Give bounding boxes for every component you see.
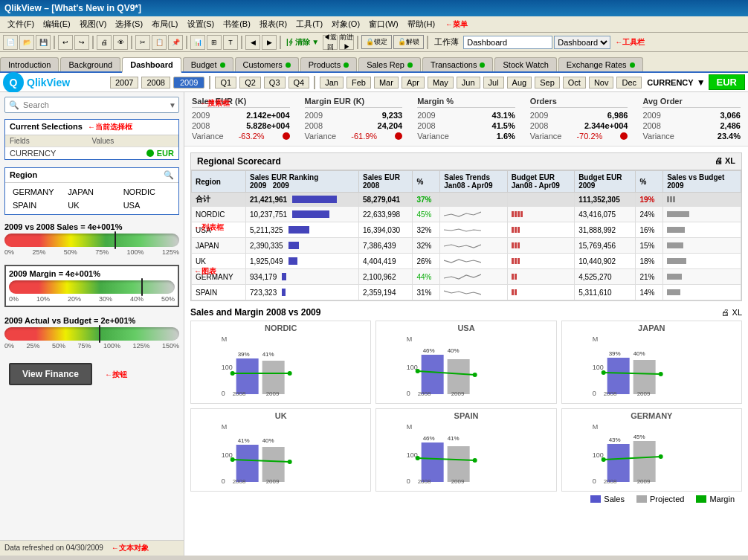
svg-text:100: 100 <box>222 451 233 459</box>
menu-item-bookmark[interactable]: 书签(B) <box>219 17 255 31</box>
svg-text:M: M <box>592 335 598 343</box>
lock-button[interactable]: 🔒锁定 <box>361 35 392 49</box>
currency-value[interactable]: EUR <box>709 74 745 90</box>
region-search-icon[interactable]: 🔍 <box>164 170 174 180</box>
svg-text:M: M <box>407 423 413 431</box>
menu-item-view[interactable]: 视图(V) <box>75 17 112 31</box>
dec-button[interactable]: Dec <box>616 77 642 88</box>
jan-button[interactable]: Jan <box>320 77 344 88</box>
menu-item-object[interactable]: 对象(O) <box>327 17 364 31</box>
menu-item-layout[interactable]: 布局(L) <box>147 17 182 31</box>
search-input[interactable] <box>4 97 179 113</box>
sc-budget1-total <box>507 193 574 207</box>
menu-item-file[interactable]: 文件(F) <box>3 17 39 31</box>
scorecard-icons[interactable]: 🖨 XL <box>715 156 735 167</box>
text-button[interactable]: T <box>223 35 238 50</box>
search-dropdown-arrow[interactable]: ▼ <box>169 101 176 109</box>
q1-button[interactable]: Q1 <box>215 77 236 88</box>
sc-pct-usa: 32% <box>413 222 440 238</box>
region-item-japan[interactable]: JAPAN <box>65 186 118 198</box>
preview-button[interactable]: 👁 <box>113 35 128 50</box>
menu-item-settings[interactable]: 设置(S) <box>183 17 219 31</box>
chart-button[interactable]: 📊 <box>190 35 205 50</box>
back-nav-button[interactable]: ◀返回 <box>323 35 338 50</box>
aug-button[interactable]: Aug <box>507 77 532 88</box>
back-button[interactable]: ◀ <box>245 35 260 50</box>
th-trends: Sales TrendsJan08 - Apr09 <box>440 171 507 193</box>
sc-pct2-nordic: 24% <box>636 207 663 222</box>
q4-button[interactable]: Q4 <box>288 77 310 88</box>
th-budget2: Budget EUR2009 <box>575 171 636 193</box>
workbook-input[interactable] <box>463 36 552 49</box>
tab-products[interactable]: Products <box>300 57 357 71</box>
nov-button[interactable]: Nov <box>589 77 614 88</box>
forward-nav-button[interactable]: 前进▶ <box>339 35 354 50</box>
region-item-nordic[interactable]: NORDIC <box>120 186 174 198</box>
region-item-spain[interactable]: SPAIN <box>10 199 63 211</box>
apr-button[interactable]: Apr <box>402 77 425 88</box>
svg-text:43%: 43% <box>608 437 620 443</box>
cut-button[interactable]: ✂ <box>135 35 150 50</box>
q2-button[interactable]: Q2 <box>239 77 261 88</box>
svg-text:45%: 45% <box>633 434 645 440</box>
open-button[interactable]: 📂 <box>19 35 34 50</box>
tab-customers-label: Customers <box>243 60 283 69</box>
tab-dashboard[interactable]: Dashboard <box>122 57 181 73</box>
region-item-germany[interactable]: GERMANY <box>10 186 63 198</box>
region-item-uk[interactable]: UK <box>65 199 118 211</box>
paste-button[interactable]: 📌 <box>168 35 183 50</box>
tab-budget[interactable]: Budget <box>183 57 233 71</box>
menu-item-select[interactable]: 选择(S) <box>111 17 147 31</box>
jul-button[interactable]: Jul <box>483 77 504 88</box>
tab-salesrep[interactable]: Sales Rep <box>358 57 421 71</box>
table-button[interactable]: ⊞ <box>207 35 222 50</box>
save-button[interactable]: 💾 <box>36 35 51 50</box>
chart-usa-svg: M 100 0 46% 40% 2008 2009 <box>378 332 553 399</box>
menu-item-help[interactable]: 帮助(H) <box>403 17 439 31</box>
button-annotation: ←按钮 <box>105 370 127 379</box>
tab-customers[interactable]: Customers <box>235 57 299 71</box>
sc-pct-total: 37% <box>413 193 440 207</box>
year-2009-button[interactable]: 2009 <box>173 77 204 88</box>
tab-transactions[interactable]: Transactions <box>422 57 494 71</box>
currency-dropdown-arrow[interactable]: ▼ <box>697 77 706 88</box>
scorecard-row-uk: UK 1,925,049 4,404,419 26% <box>192 254 741 269</box>
mar-button[interactable]: Mar <box>374 77 399 88</box>
undo-button[interactable]: ↩ <box>58 35 73 50</box>
menu-item-tools[interactable]: 工具(T) <box>291 17 327 31</box>
sc-pct2-total: 19% <box>636 193 663 207</box>
tab-products-label: Products <box>309 60 341 69</box>
sc-vsbudget-uk <box>663 254 741 269</box>
may-button[interactable]: May <box>428 77 454 88</box>
sc-sales08-spain: 2,359,194 <box>359 285 413 300</box>
unlock-button[interactable]: 🔓解锁 <box>393 35 424 49</box>
stat-mpct-2009: 2009 43.1% <box>417 110 515 120</box>
new-button[interactable]: 📄 <box>3 35 18 50</box>
sep-button[interactable]: Sep <box>535 77 560 88</box>
jun-button[interactable]: Jun <box>457 77 480 88</box>
menu-item-window[interactable]: 窗口(W) <box>364 17 403 31</box>
redo-button[interactable]: ↪ <box>74 35 89 50</box>
tab-stockwatch[interactable]: Stock Watch <box>494 57 556 71</box>
region-item-usa[interactable]: USA <box>120 199 174 211</box>
feb-button[interactable]: Feb <box>346 77 371 88</box>
chart-japan-svg: M 100 0 39% 40% 2008 2009 <box>564 332 739 399</box>
tab-exchangerates[interactable]: Exchange Rates <box>558 57 643 71</box>
view-finance-button[interactable]: View Finance <box>9 363 92 385</box>
oct-button[interactable]: Oct <box>563 77 586 88</box>
cs-row: CURRENCY EUR <box>5 147 178 159</box>
workbook-dropdown[interactable]: Dashboard <box>554 36 610 49</box>
year-2007-button[interactable]: 2007 <box>110 77 138 88</box>
menu-item-report[interactable]: 报表(R) <box>255 17 291 31</box>
forward-button[interactable]: ▶ <box>262 35 277 50</box>
cs-col2: Values <box>92 137 175 145</box>
tab-background[interactable]: Background <box>60 57 120 71</box>
print-button[interactable]: 🖨 <box>97 35 112 50</box>
q3-button[interactable]: Q3 <box>264 77 286 88</box>
sc-vsbudget-germany <box>663 269 741 285</box>
copy-button[interactable]: 📋 <box>152 35 167 50</box>
charts-icons[interactable]: 🖨 XL <box>721 308 742 317</box>
tab-introduction[interactable]: Introduction <box>0 57 59 71</box>
year-2008-button[interactable]: 2008 <box>141 77 170 88</box>
menu-item-edit[interactable]: 编辑(E) <box>39 17 75 31</box>
